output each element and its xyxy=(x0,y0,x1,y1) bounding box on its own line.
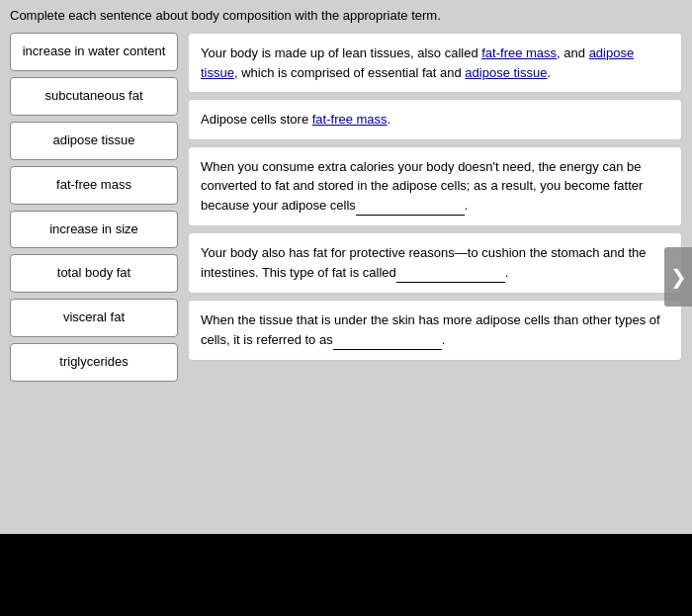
next-arrow[interactable]: ❯ xyxy=(664,247,692,307)
sentence-blank xyxy=(396,263,505,284)
sentence-1: Your body is made up of lean tissues, al… xyxy=(188,33,682,93)
sentence-text: . xyxy=(465,198,469,213)
term-btn-increase-in-water-content[interactable]: increase in water content xyxy=(10,33,178,71)
sentence-text: . xyxy=(547,65,551,80)
sentences-area: Your body is made up of lean tissues, al… xyxy=(188,33,682,361)
sentence-text: , which is comprised of essential fat an… xyxy=(234,65,465,80)
sentence-text: . xyxy=(442,332,446,347)
sentence-text: Adipose cells store xyxy=(201,112,312,127)
term-btn-adipose-tissue[interactable]: adipose tissue xyxy=(10,122,178,160)
sentence-text: , and xyxy=(557,45,589,60)
sentence-text: . xyxy=(388,112,391,127)
sentence-3: When you consume extra calories your bod… xyxy=(188,146,682,227)
term-btn-subcutaneous-fat[interactable]: subcutaneous fat xyxy=(10,77,178,116)
sentence-blank xyxy=(356,196,465,217)
sentence-5: When the tissue that is under the skin h… xyxy=(188,300,682,361)
sentence-2: Adipose cells store fat-free mass. xyxy=(188,99,682,140)
term-btn-visceral-fat[interactable]: visceral fat xyxy=(10,299,178,337)
sentence-link[interactable]: fat-free mass xyxy=(481,45,557,60)
sentence-text: . xyxy=(505,265,509,280)
term-btn-fat-free-mass[interactable]: fat-free mass xyxy=(10,166,178,205)
sentence-blank xyxy=(333,330,442,351)
term-btn-total-body-fat[interactable]: total body fat xyxy=(10,254,178,293)
term-btn-triglycerides[interactable]: triglycerides xyxy=(10,343,178,382)
bottom-bar xyxy=(0,534,692,616)
term-btn-increase-in-size[interactable]: increase in size xyxy=(10,211,178,249)
sentence-4: Your body also has fat for protective re… xyxy=(188,232,682,294)
sentence-text: Your body is made up of lean tissues, al… xyxy=(201,45,481,60)
sentence-link[interactable]: fat-free mass xyxy=(312,112,388,127)
instruction-text: Complete each sentence about body compos… xyxy=(10,8,682,23)
term-list: increase in water contentsubcutaneous fa… xyxy=(10,33,178,382)
sentence-link[interactable]: adipose tissue xyxy=(465,65,547,80)
